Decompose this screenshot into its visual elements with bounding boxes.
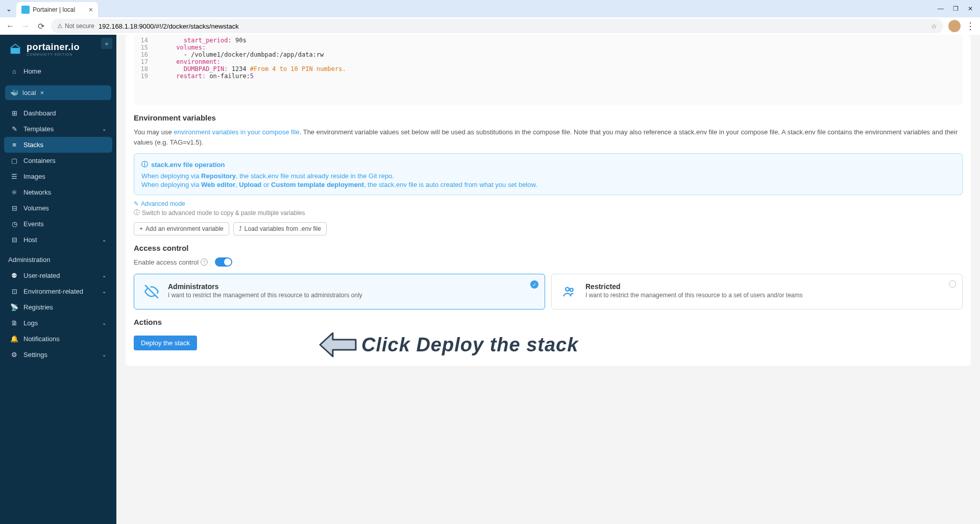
sidebar-admin-item-notifications[interactable]: 🔔Notifications [4,331,112,347]
add-env-var-button[interactable]: +Add an environment variable [134,222,229,235]
svg-rect-0 [11,48,20,54]
eye-off-icon [142,282,161,301]
chevron-down-icon: ⌄ [102,237,106,243]
env-close-icon[interactable]: × [40,89,44,97]
code-line[interactable]: 19 restart: on-failure:5 [134,73,963,80]
radio-unchecked-icon [949,280,956,288]
code-text: - /volume1/docker/dumbpad:/app/data:rw [154,51,324,58]
chevron-down-icon: ⌄ [102,320,106,326]
access-control-title: Access control [134,244,963,252]
sidebar-admin-item-user-related[interactable]: ⚉User-related⌄ [4,268,112,283]
sidebar-item-containers[interactable]: ▢Containers [4,153,112,169]
code-line[interactable]: 14 start_period: 90s [134,37,963,44]
help-icon[interactable]: ? [201,258,208,266]
sidebar-item-label: Environment-related [23,288,83,295]
environment-related-icon: ⊡ [10,288,18,295]
admin-card-title: Administrators [168,282,362,291]
sidebar-item-label: Events [23,220,44,228]
code-line[interactable]: 15 volumes: [134,44,963,51]
profile-avatar[interactable] [948,20,961,32]
sidebar-item-host[interactable]: ⊟Host⌄ [4,232,112,248]
actions-title: Actions [134,318,963,326]
deploy-stack-button[interactable]: Deploy the stack [134,336,197,350]
sidebar-item-label: Networks [23,188,51,196]
enable-access-toggle[interactable] [215,257,232,267]
browser-menu-icon[interactable]: ⋮ [966,20,975,32]
browser-tab[interactable]: Portainer | local × [16,2,98,17]
sidebar-item-label: Notifications [23,335,60,343]
sidebar: portainer.io COMMUNITY EDITION « ⌂ Home … [0,35,116,524]
sidebar-admin-item-logs[interactable]: 🗎Logs⌄ [4,315,112,331]
code-line[interactable]: 16 - /volume1/docker/dumbpad:/app/data:r… [134,51,963,58]
load-env-file-button[interactable]: ⤴Load variables from .env file [233,222,327,235]
enable-access-label: Enable access control ? [134,258,208,266]
chevron-down-icon: ⌄ [102,289,106,294]
sidebar-admin-item-environment-related[interactable]: ⊡Environment-related⌄ [4,283,112,299]
events-icon: ◷ [10,220,18,228]
collapse-sidebar-button[interactable]: « [101,38,112,49]
docker-icon: 🐳 [10,89,18,97]
sidebar-item-networks[interactable]: ⚛Networks [4,184,112,200]
home-icon: ⌂ [10,67,18,75]
url-input[interactable] [99,22,927,30]
sidebar-item-label: Stacks [23,141,43,149]
volumes-icon: ⊟ [10,204,18,212]
notifications-icon: 🔔 [10,335,18,343]
sidebar-item-label: Home [23,67,41,75]
access-card-restricted[interactable]: Restricted I want to restrict the manage… [551,274,963,309]
sidebar-item-templates[interactable]: ✎Templates⌄ [4,121,112,137]
code-line[interactable]: 18 DUMBPAD_PIN: 1234 #From 4 to 10 PIN n… [134,65,963,73]
reload-button[interactable]: ⟳ [36,21,46,31]
stack-env-info-box: ⓘstack.env file operation When deploying… [134,153,963,195]
admin-section-label: Administration [0,250,116,266]
code-text: start_period: 90s [154,37,247,44]
sidebar-item-dashboard[interactable]: ⊞Dashboard [4,105,112,121]
sidebar-item-events[interactable]: ◷Events [4,216,112,232]
upload-icon: ⤴ [239,225,242,232]
minimize-icon[interactable]: — [938,5,944,12]
sidebar-item-label: Logs [23,319,38,327]
restricted-card-desc: I want to restrict the management of thi… [585,292,803,299]
sidebar-admin-item-settings[interactable]: ⚙Settings⌄ [4,347,112,363]
sidebar-item-label: Templates [23,125,54,133]
logo-subtitle: COMMUNITY EDITION [27,53,80,56]
tab-close-icon[interactable]: × [89,6,93,14]
sidebar-item-images[interactable]: ☰Images [4,169,112,184]
env-vars-title: Environment variables [134,113,963,122]
sidebar-item-label: Settings [23,351,47,359]
tab-dropdown[interactable]: ⌄ [4,4,13,13]
info-small-icon: ⓘ [134,208,140,217]
registries-icon: 📡 [10,303,18,311]
sidebar-item-home[interactable]: ⌂ Home [4,63,112,79]
environment-selector[interactable]: 🐳 local × [5,85,111,100]
portainer-logo-icon [8,42,22,56]
environment-name: local [22,89,36,97]
address-bar[interactable]: ⚠ Not secure ☆ [51,19,943,33]
logo-text: portainer.io [27,42,80,53]
not-secure-badge[interactable]: ⚠ Not secure [57,22,94,30]
back-button[interactable]: ← [5,21,15,31]
code-editor[interactable]: 14 start_period: 90s15 volumes:16 - /vol… [134,35,963,105]
dashboard-icon: ⊞ [10,109,18,117]
maximize-icon[interactable]: ❐ [953,5,959,12]
code-line[interactable]: 17 environment: [134,58,963,65]
code-text: DUMBPAD_PIN: 1234 #From 4 to 10 PIN numb… [154,65,346,73]
sidebar-item-stacks[interactable]: ≡Stacks [4,137,112,153]
line-number: 16 [134,51,154,58]
access-card-administrators[interactable]: Administrators I want to restrict the ma… [134,274,545,309]
forward-button[interactable]: → [20,21,31,31]
sidebar-item-volumes[interactable]: ⊟Volumes [4,200,112,216]
settings-icon: ⚙ [10,351,18,359]
networks-icon: ⚛ [10,188,18,196]
restricted-card-title: Restricted [585,282,803,291]
env-vars-description: You may use environment variables in you… [134,127,963,147]
logs-icon: 🗎 [10,319,18,327]
bookmark-star-icon[interactable]: ☆ [931,22,937,30]
sidebar-admin-item-registries[interactable]: 📡Registries [4,299,112,315]
code-text: volumes: [154,44,206,51]
env-vars-link[interactable]: environment variables in your compose fi… [174,128,299,136]
logo[interactable]: portainer.io COMMUNITY EDITION « [0,35,116,61]
advanced-mode-link[interactable]: ✎Advanced mode [134,200,185,207]
close-window-icon[interactable]: ✕ [968,5,973,12]
images-icon: ☰ [10,173,18,180]
